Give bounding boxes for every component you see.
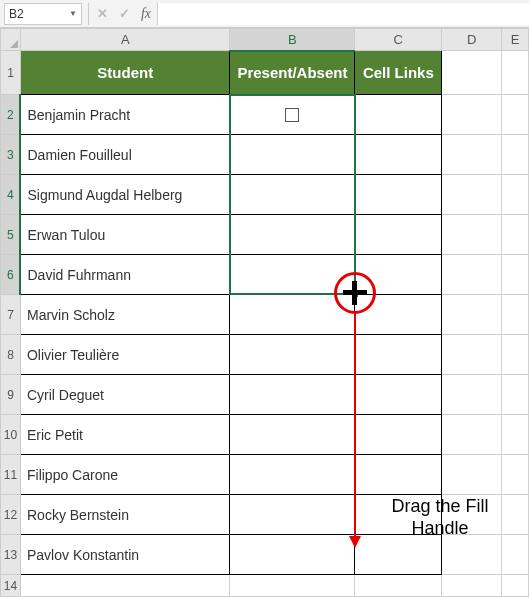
cell-d10[interactable] bbox=[442, 415, 502, 455]
cell-e8[interactable] bbox=[502, 335, 529, 375]
cell-d8[interactable] bbox=[442, 335, 502, 375]
annotation-line2: Handle bbox=[375, 518, 505, 540]
cell-e12[interactable] bbox=[502, 495, 529, 535]
cell-d14[interactable] bbox=[442, 575, 502, 597]
grid: A B C D E 1 Student Present/Absent Cell … bbox=[0, 28, 529, 597]
cell-e4[interactable] bbox=[502, 175, 529, 215]
cell-d11[interactable] bbox=[442, 455, 502, 495]
cell-b8[interactable] bbox=[230, 335, 355, 375]
cell-c13[interactable] bbox=[355, 535, 442, 575]
cell-b13[interactable] bbox=[230, 535, 355, 575]
cell-c10[interactable] bbox=[355, 415, 442, 455]
col-header-a[interactable]: A bbox=[20, 29, 229, 51]
student-name[interactable]: Damien Fouilleul bbox=[20, 135, 229, 175]
cell-d1[interactable] bbox=[442, 51, 502, 95]
name-box-dropdown-icon[interactable]: ▼ bbox=[69, 9, 77, 18]
cell-b11[interactable] bbox=[230, 455, 355, 495]
cell-e1[interactable] bbox=[502, 51, 529, 95]
header-present[interactable]: Present/Absent bbox=[230, 51, 355, 95]
row-header[interactable]: 1 bbox=[1, 51, 21, 95]
cell-d9[interactable] bbox=[442, 375, 502, 415]
row-header[interactable]: 9 bbox=[1, 375, 21, 415]
cell-d4[interactable] bbox=[442, 175, 502, 215]
cell-b10[interactable] bbox=[230, 415, 355, 455]
cell-e9[interactable] bbox=[502, 375, 529, 415]
row-header[interactable]: 3 bbox=[1, 135, 21, 175]
row-header[interactable]: 12 bbox=[1, 495, 21, 535]
student-name[interactable]: Rocky Bernstein bbox=[20, 495, 229, 535]
cell-d2[interactable] bbox=[442, 95, 502, 135]
student-name[interactable]: Benjamin Pracht bbox=[20, 95, 229, 135]
cell-e3[interactable] bbox=[502, 135, 529, 175]
row-header[interactable]: 2 bbox=[1, 95, 21, 135]
student-name[interactable]: Pavlov Konstantin bbox=[20, 535, 229, 575]
cell-e14[interactable] bbox=[502, 575, 529, 597]
name-box[interactable]: B2 ▼ bbox=[4, 3, 82, 25]
cell-a14[interactable] bbox=[20, 575, 229, 597]
row-10: 10 Eric Petit bbox=[1, 415, 529, 455]
student-name[interactable]: Erwan Tulou bbox=[20, 215, 229, 255]
cell-c9[interactable] bbox=[355, 375, 442, 415]
formula-input[interactable] bbox=[157, 3, 529, 25]
student-name[interactable]: David Fuhrmann bbox=[20, 255, 229, 295]
cell-c2[interactable] bbox=[355, 95, 442, 135]
cell-e5[interactable] bbox=[502, 215, 529, 255]
cell-c5[interactable] bbox=[355, 215, 442, 255]
cell-c3[interactable] bbox=[355, 135, 442, 175]
row-header[interactable]: 8 bbox=[1, 335, 21, 375]
student-name[interactable]: Eric Petit bbox=[20, 415, 229, 455]
cell-c11[interactable] bbox=[355, 455, 442, 495]
header-links[interactable]: Cell Links bbox=[355, 51, 442, 95]
row-header[interactable]: 13 bbox=[1, 535, 21, 575]
col-header-b[interactable]: B bbox=[230, 29, 355, 51]
cell-b12[interactable] bbox=[230, 495, 355, 535]
cell-b6[interactable] bbox=[230, 255, 355, 295]
cell-e6[interactable] bbox=[502, 255, 529, 295]
cell-d7[interactable] bbox=[442, 295, 502, 335]
row-header[interactable]: 10 bbox=[1, 415, 21, 455]
cell-c7[interactable] bbox=[355, 295, 442, 335]
cell-c8[interactable] bbox=[355, 335, 442, 375]
separator bbox=[88, 3, 89, 25]
header-student[interactable]: Student bbox=[20, 51, 229, 95]
row-header[interactable]: 11 bbox=[1, 455, 21, 495]
row-header[interactable]: 6 bbox=[1, 255, 21, 295]
cancel-icon: ✕ bbox=[91, 3, 113, 25]
cell-e7[interactable] bbox=[502, 295, 529, 335]
cell-b3[interactable] bbox=[230, 135, 355, 175]
cell-b7[interactable] bbox=[230, 295, 355, 335]
col-header-d[interactable]: D bbox=[442, 29, 502, 51]
cell-b9[interactable] bbox=[230, 375, 355, 415]
attendance-checkbox[interactable] bbox=[285, 108, 299, 122]
cell-c6[interactable] bbox=[355, 255, 442, 295]
row-header[interactable]: 5 bbox=[1, 215, 21, 255]
cell-b5[interactable] bbox=[230, 215, 355, 255]
col-header-c[interactable]: C bbox=[355, 29, 442, 51]
cell-e2[interactable] bbox=[502, 95, 529, 135]
student-name[interactable]: Cyril Deguet bbox=[20, 375, 229, 415]
cell-b14[interactable] bbox=[230, 575, 355, 597]
cell-d3[interactable] bbox=[442, 135, 502, 175]
student-name[interactable]: Sigmund Augdal Helberg bbox=[20, 175, 229, 215]
row-header[interactable]: 7 bbox=[1, 295, 21, 335]
cell-e10[interactable] bbox=[502, 415, 529, 455]
column-header-row: A B C D E bbox=[1, 29, 529, 51]
cell-d6[interactable] bbox=[442, 255, 502, 295]
cell-d5[interactable] bbox=[442, 215, 502, 255]
cell-e13[interactable] bbox=[502, 535, 529, 575]
student-name[interactable]: Filippo Carone bbox=[20, 455, 229, 495]
cell-c4[interactable] bbox=[355, 175, 442, 215]
student-name[interactable]: Olivier Teulière bbox=[20, 335, 229, 375]
student-name[interactable]: Marvin Scholz bbox=[20, 295, 229, 335]
cell-c14[interactable] bbox=[355, 575, 442, 597]
fill-handle[interactable] bbox=[351, 290, 359, 298]
enter-icon: ✓ bbox=[113, 3, 135, 25]
row-header[interactable]: 4 bbox=[1, 175, 21, 215]
cell-b4[interactable] bbox=[230, 175, 355, 215]
cell-e11[interactable] bbox=[502, 455, 529, 495]
col-header-e[interactable]: E bbox=[502, 29, 529, 51]
fx-icon[interactable]: fx bbox=[135, 6, 157, 22]
row-header[interactable]: 14 bbox=[1, 575, 21, 597]
select-all-corner[interactable] bbox=[1, 29, 21, 51]
cell-d13[interactable] bbox=[442, 535, 502, 575]
